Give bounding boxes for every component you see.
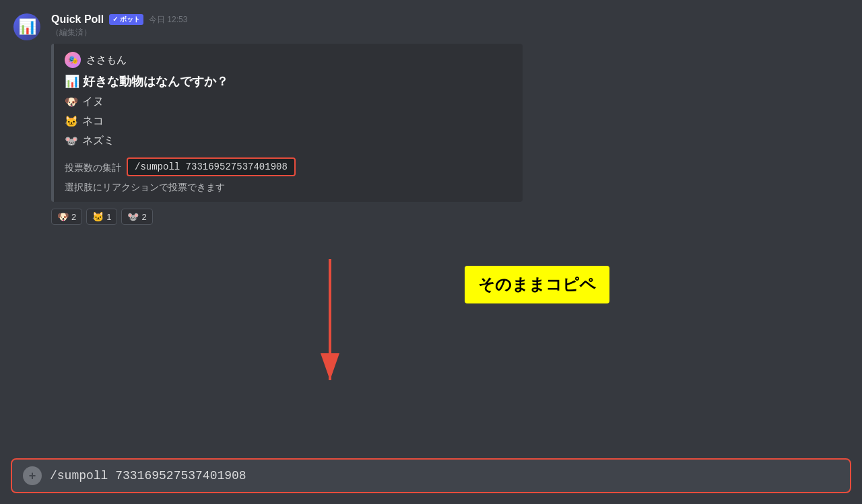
messages-container: 📊 Quick Poll ✓ ボット 今日 12:53 （編集済） <box>0 0 862 458</box>
reaction-mouse[interactable]: 🐭 2 <box>121 209 152 225</box>
option-2-label: ネコ <box>82 114 104 129</box>
reaction-cat-count: 1 <box>106 212 111 222</box>
message-input-text: /sumpoll 733169527537401908 <box>50 469 839 482</box>
sumpoll-code-inline: /sumpoll 733169527537401908 <box>127 157 296 176</box>
reaction-dog[interactable]: 🐶 2 <box>51 209 82 225</box>
reaction-cat[interactable]: 🐱 1 <box>86 209 117 225</box>
reaction-dog-count: 2 <box>71 212 76 222</box>
edited-label: （編集済） <box>51 27 849 38</box>
reaction-cat-emoji: 🐱 <box>92 211 104 222</box>
sumpoll-label: 投票数の集計 <box>65 162 121 174</box>
sumpoll-row: 投票数の集計 /sumpoll 733169527537401908 <box>65 157 512 176</box>
embed-title: 📊 好きな動物はなんですか？ <box>65 73 512 89</box>
embed-username: ささもん <box>86 54 127 67</box>
message-header: Quick Poll ✓ ボット 今日 12:53 <box>51 13 849 26</box>
reaction-dog-emoji: 🐶 <box>57 211 69 222</box>
reaction-mouse-emoji: 🐭 <box>127 211 139 222</box>
embed-user-row: 🎭 ささもん <box>65 52 512 68</box>
message-content: Quick Poll ✓ ボット 今日 12:53 （編集済） 🎭 ささもん <box>51 13 849 225</box>
embed-option-3: 🐭 ネズミ <box>65 134 512 148</box>
embed-option-1: 🐶 イヌ <box>65 95 512 109</box>
chat-window: 📊 Quick Poll ✓ ボット 今日 12:53 （編集済） <box>0 0 862 504</box>
bot-badge: ✓ ボット <box>109 14 143 25</box>
option-3-label: ネズミ <box>82 134 114 148</box>
embed-option-2: 🐱 ネコ <box>65 114 512 129</box>
bot-avatar-icon: 📊 <box>18 18 36 36</box>
embed-inner: 🎭 ささもん 📊 好きな動物はなんですか？ 🐶 イヌ 🐱 <box>65 52 512 194</box>
reaction-mouse-count: 2 <box>141 212 146 222</box>
vote-instruction: 選択肢にリアクションで投票できます <box>65 182 512 194</box>
reaction-bar: 🐶 2 🐱 1 🐭 2 <box>51 209 849 225</box>
add-attachment-button[interactable]: + <box>23 466 42 485</box>
embed-user-avatar-emoji: 🎭 <box>68 55 78 65</box>
bot-message: 📊 Quick Poll ✓ ボット 今日 12:53 （編集済） <box>13 13 849 225</box>
option-1-emoji: 🐶 <box>65 96 78 108</box>
option-3-emoji: 🐭 <box>65 135 78 147</box>
avatar: 📊 <box>13 13 40 40</box>
message-timestamp: 今日 12:53 <box>149 14 187 26</box>
embed-user-avatar: 🎭 <box>65 52 81 68</box>
message-input-area[interactable]: + /sumpoll 733169527537401908 <box>11 458 851 493</box>
option-2-emoji: 🐱 <box>65 115 78 128</box>
embed-card: 🎭 ささもん 📊 好きな動物はなんですか？ 🐶 イヌ 🐱 <box>51 44 523 202</box>
bot-username: Quick Poll <box>51 13 104 26</box>
option-1-label: イヌ <box>82 95 104 109</box>
